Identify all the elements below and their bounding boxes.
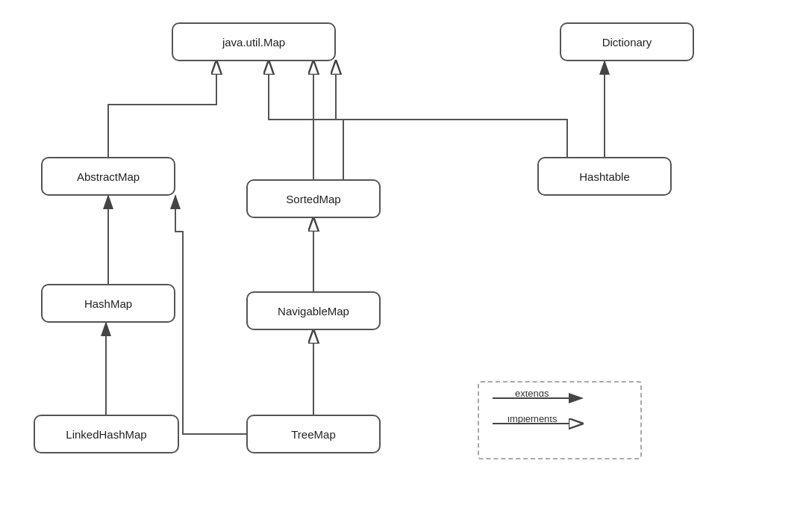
legend-box: extends implements [478, 381, 642, 459]
node-linked-hashmap: LinkedHashMap [34, 415, 179, 453]
svg-text:extends: extends [515, 391, 549, 399]
extends-arrow-svg: extends [493, 391, 597, 405]
node-navigable-map: NavigableMap [246, 291, 381, 330]
node-sorted-map: SortedMap [246, 179, 381, 218]
node-java-util-map: java.util.Map [172, 22, 336, 61]
svg-text:implements: implements [508, 417, 558, 424]
node-dictionary: Dictionary [560, 22, 694, 61]
node-hashmap: HashMap [41, 284, 175, 323]
legend-extends: extends [493, 391, 627, 405]
node-abstract-map: AbstractMap [41, 157, 175, 196]
node-hashtable: Hashtable [537, 157, 672, 196]
implements-arrow-svg: implements [493, 417, 597, 430]
legend-implements: implements [493, 417, 627, 430]
node-treemap: TreeMap [246, 415, 381, 453]
diagram-container: java.util.Map Dictionary AbstractMap Sor… [0, 0, 812, 505]
